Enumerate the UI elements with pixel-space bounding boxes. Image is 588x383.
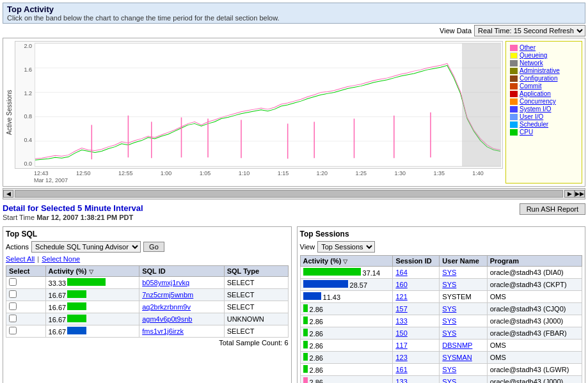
row-checkbox[interactable] <box>9 290 17 298</box>
chart-svg <box>35 43 500 166</box>
legend-item-user-io[interactable]: User I/O <box>510 113 578 120</box>
user-name-link[interactable]: SYSMAN <box>442 354 472 361</box>
legend-item-other[interactable]: Other <box>510 44 578 51</box>
legend-label-concurrency[interactable]: Concurrency <box>520 98 556 105</box>
view-data-select[interactable]: Real Time: 15 Second Refresh <box>474 25 585 36</box>
scrollbar-thumb[interactable] <box>15 190 563 198</box>
program-cell: oracle@stadh43 (LGWR) <box>487 364 582 376</box>
x-tick: 1:20 <box>317 170 328 176</box>
legend-item-administrative[interactable]: Administrative <box>510 67 578 74</box>
view-data-row: View Data Real Time: 15 Second Refresh <box>3 25 585 36</box>
run-ash-report-button[interactable]: Run ASH Report <box>520 203 585 215</box>
session-id-link[interactable]: 133 <box>395 317 407 325</box>
user-name-link[interactable]: SYS <box>442 305 456 313</box>
legend-item-queueing[interactable]: Queueing <box>510 52 578 59</box>
legend-label-application[interactable]: Application <box>520 90 551 97</box>
user-name-link[interactable]: DBSNMP <box>442 341 472 349</box>
legend-item-concurrency[interactable]: Concurrency <box>510 98 578 105</box>
sql-id-link[interactable]: agm4v6p0t9snb <box>142 315 192 323</box>
legend-label-scheduler[interactable]: Scheduler <box>520 121 548 128</box>
legend-label-system-io[interactable]: System I/O <box>520 106 551 113</box>
user-name-link[interactable]: SYS <box>442 317 456 325</box>
legend-label-cpu[interactable]: CPU <box>520 129 533 136</box>
legend-label-user-io[interactable]: User I/O <box>520 113 543 120</box>
row-checkbox[interactable] <box>9 302 17 310</box>
user-name-link[interactable]: SYS <box>442 281 456 288</box>
sql-total-label: Total Sample Count: <box>219 339 282 347</box>
view-label: View <box>300 243 315 251</box>
start-time-label: Start Time <box>3 214 35 221</box>
table-row: 2.86 157 SYS oracle@stadh43 (CJQ0) <box>300 303 582 315</box>
program-cell: OMS <box>487 291 582 303</box>
y-tick: 0.4 <box>15 137 33 143</box>
legend-color-administrative <box>510 68 518 74</box>
session-id-link[interactable]: 157 <box>395 305 407 313</box>
scroll-right-btn[interactable]: ▶ <box>564 190 575 198</box>
select-all-link[interactable]: Select All <box>6 255 35 263</box>
program-cell: oracle@stadh43 (CKPT) <box>487 279 582 291</box>
legend-label-queueing[interactable]: Queueing <box>520 52 547 59</box>
legend-item-scheduler[interactable]: Scheduler <box>510 121 578 128</box>
legend-label-other[interactable]: Other <box>520 44 536 51</box>
go-button[interactable]: Go <box>143 242 164 252</box>
select-none-link[interactable]: Select None <box>42 255 80 263</box>
legend-item-system-io[interactable]: System I/O <box>510 106 578 113</box>
x-axis: 12:43 12:50 12:55 1:00 1:05 1:10 1:15 1:… <box>15 170 503 176</box>
actions-row: Actions Schedule SQL Tuning Advisor Expl… <box>6 241 289 253</box>
sql-id-link[interactable]: b058ymxj1rvkq <box>142 279 189 286</box>
row-activity-cell: 16.67 <box>45 301 139 313</box>
actions-select[interactable]: Schedule SQL Tuning Advisor Explain Plan… <box>31 241 141 253</box>
session-id-link[interactable]: 117 <box>395 341 407 349</box>
chart-canvas[interactable]: 2.0 1.6 1.2 0.8 0.4 0.0 <box>15 41 503 169</box>
legend-label-configuration[interactable]: Configuration <box>520 75 557 82</box>
user-name-link[interactable]: SYS <box>442 378 456 383</box>
table-row: 28.57 160 SYS oracle@stadh43 (CKPT) <box>300 279 582 291</box>
legend-color-cpu <box>510 129 518 136</box>
session-id-link[interactable]: 150 <box>395 329 407 337</box>
legend-item-configuration[interactable]: Configuration <box>510 75 578 82</box>
sql-id-link[interactable]: aq2brkzrbnm9v <box>142 303 191 311</box>
y-tick: 0.8 <box>15 113 33 120</box>
program-cell: oracle@stadh43 (FBAR) <box>487 327 582 340</box>
col-select: Select <box>6 266 46 277</box>
legend-item-commit[interactable]: Commit <box>510 82 578 90</box>
user-name-link[interactable]: SYS <box>442 366 456 373</box>
session-id-cell: 160 <box>393 279 440 291</box>
activity-value: 16.67 <box>49 292 67 299</box>
legend-label-administrative[interactable]: Administrative <box>520 67 560 74</box>
activity-bar <box>67 302 86 310</box>
sql-total-value: 6 <box>284 339 288 347</box>
row-checkbox[interactable] <box>9 315 17 322</box>
legend-label-network[interactable]: Network <box>520 59 543 66</box>
session-activity-bar <box>303 268 361 276</box>
legend-item-application[interactable]: Application <box>510 90 578 97</box>
session-id-link[interactable]: 121 <box>395 293 407 301</box>
user-name-link[interactable]: SYS <box>442 329 456 337</box>
row-sql-id-cell: b058ymxj1rvkq <box>139 277 225 289</box>
table-row: 11.43 121 SYSTEM OMS <box>300 291 582 303</box>
session-id-link[interactable]: 160 <box>395 281 407 288</box>
chart-plot[interactable] <box>35 43 501 167</box>
row-checkbox[interactable] <box>9 278 17 286</box>
scroll-end-btn[interactable]: ▶▶ <box>575 190 585 198</box>
session-id-cell: 157 <box>393 303 440 315</box>
col-activity-pct: Activity (%) ▽ <box>300 256 393 267</box>
scroll-left-btn[interactable]: ◀ <box>3 190 13 198</box>
table-row: 37.14 164 SYS oracle@stadh43 (DIA0) <box>300 267 582 279</box>
session-id-link[interactable]: 164 <box>395 269 407 276</box>
user-name-link[interactable]: SYS <box>442 269 456 276</box>
session-id-link[interactable]: 161 <box>395 366 407 373</box>
scrollbar-row[interactable]: ◀ ▶ ▶▶ <box>3 188 585 199</box>
legend-item-network[interactable]: Network <box>510 59 578 66</box>
row-checkbox[interactable] <box>9 327 17 334</box>
activity-pct-filter-icon: ▽ <box>343 258 347 265</box>
legend-label-commit[interactable]: Commit <box>520 82 541 90</box>
row-checkbox-cell <box>6 313 46 325</box>
legend-item-cpu[interactable]: CPU <box>510 129 578 136</box>
sql-id-link[interactable]: fms1vr1j6irzk <box>142 327 184 335</box>
view-select[interactable]: Top Sessions Top Services Top Modules To… <box>317 241 375 253</box>
sql-id-link[interactable]: 7nz5crmj5wnbm <box>142 291 193 299</box>
detail-panels: Top SQL Actions Schedule SQL Tuning Advi… <box>3 226 585 383</box>
session-id-link[interactable]: 133 <box>395 378 407 383</box>
session-id-link[interactable]: 123 <box>395 354 407 361</box>
